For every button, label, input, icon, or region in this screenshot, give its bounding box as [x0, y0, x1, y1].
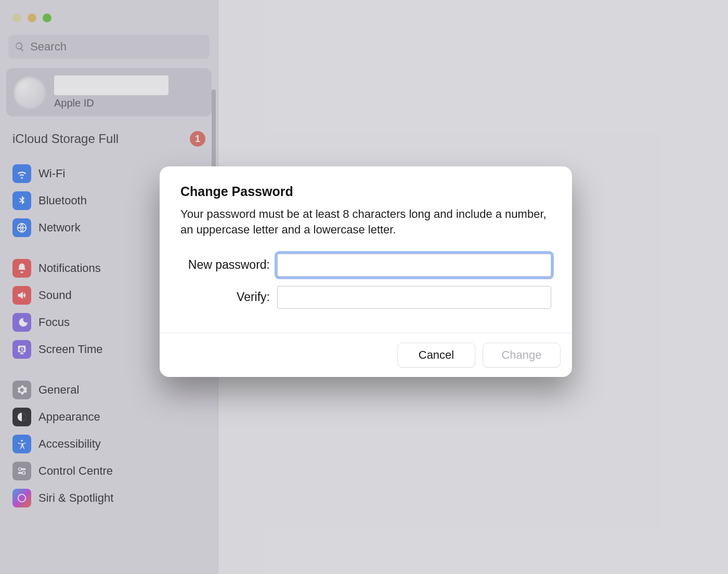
sidebar-item-label: General — [38, 383, 79, 397]
sidebar-item-siri[interactable]: Siri & Spotlight — [7, 485, 211, 512]
notifications-icon — [12, 259, 31, 278]
fullscreen-window-button[interactable] — [43, 14, 51, 22]
storage-full-label: iCloud Storage Full — [12, 132, 119, 146]
change-password-modal: Change Password Your password must be at… — [160, 166, 572, 377]
focus-icon — [12, 313, 31, 332]
search-input[interactable] — [30, 40, 203, 54]
svg-point-5 — [19, 468, 22, 471]
storage-notification-badge: 1 — [190, 131, 205, 147]
accessibility-icon — [12, 435, 31, 453]
sidebar-item-label: Accessibility — [38, 437, 101, 451]
screen-time-icon — [12, 340, 31, 359]
sidebar-item-label: Siri & Spotlight — [38, 491, 113, 505]
appearance-icon — [12, 408, 31, 426]
svg-point-7 — [18, 494, 26, 502]
avatar — [14, 76, 47, 109]
control-centre-icon — [12, 462, 31, 480]
sidebar-item-control-centre[interactable]: Control Centre — [7, 458, 211, 485]
window-controls — [4, 10, 214, 35]
sidebar-item-label: Control Centre — [38, 464, 113, 478]
sound-icon — [12, 286, 31, 305]
sidebar-item-label: Network — [38, 221, 81, 234]
modal-description: Your password must be at least 8 charact… — [180, 206, 551, 238]
siri-icon — [12, 489, 31, 507]
minimize-window-button[interactable] — [28, 14, 36, 22]
verify-password-input[interactable] — [277, 286, 551, 309]
network-icon — [12, 218, 31, 237]
gear-icon — [12, 381, 31, 399]
verify-password-label: Verify: — [180, 290, 277, 304]
sidebar-item-appearance[interactable]: Appearance — [7, 403, 211, 430]
bluetooth-icon — [12, 191, 31, 210]
new-password-input[interactable] — [277, 254, 551, 277]
sidebar-item-label: Bluetooth — [38, 194, 87, 207]
search-icon — [15, 41, 25, 53]
apple-id-account-item[interactable]: Apple ID — [6, 68, 212, 116]
svg-point-2 — [21, 440, 23, 442]
account-subtitle: Apple ID — [54, 97, 204, 109]
wifi-icon — [12, 164, 31, 183]
new-password-label: New password: — [180, 258, 277, 272]
sidebar-item-label: Sound — [38, 289, 72, 302]
sidebar-item-label: Screen Time — [38, 343, 103, 356]
sidebar-item-label: Wi-Fi — [38, 167, 65, 180]
close-window-button[interactable] — [12, 14, 21, 22]
sidebar-item-label: Focus — [38, 316, 70, 329]
sidebar-item-label: Appearance — [38, 410, 100, 424]
sidebar-item-label: Notifications — [38, 262, 101, 275]
account-name — [54, 75, 168, 95]
cancel-button[interactable]: Cancel — [397, 343, 475, 368]
sidebar-item-general[interactable]: General — [7, 376, 211, 403]
search-field[interactable] — [8, 35, 210, 59]
icloud-storage-full-item[interactable]: iCloud Storage Full 1 — [4, 124, 214, 154]
svg-point-6 — [22, 472, 25, 475]
sidebar-item-accessibility[interactable]: Accessibility — [7, 430, 211, 458]
change-button[interactable]: Change — [483, 343, 561, 368]
modal-title: Change Password — [180, 184, 551, 199]
